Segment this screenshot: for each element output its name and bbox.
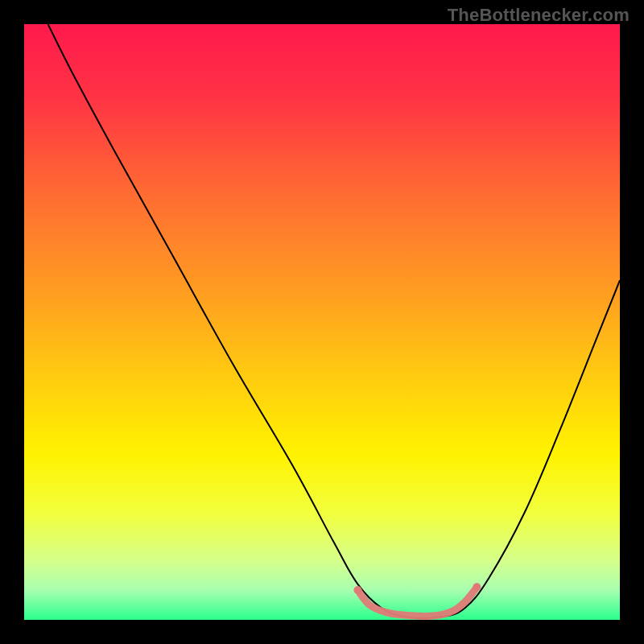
chart-container: TheBottlenecker.com <box>0 0 644 644</box>
highlight-marker <box>353 586 361 594</box>
plot-area <box>24 24 620 620</box>
chart-svg <box>24 24 620 620</box>
attribution-text: TheBottlenecker.com <box>448 5 630 26</box>
highlight-marker <box>473 583 481 591</box>
gradient-background <box>24 24 620 620</box>
